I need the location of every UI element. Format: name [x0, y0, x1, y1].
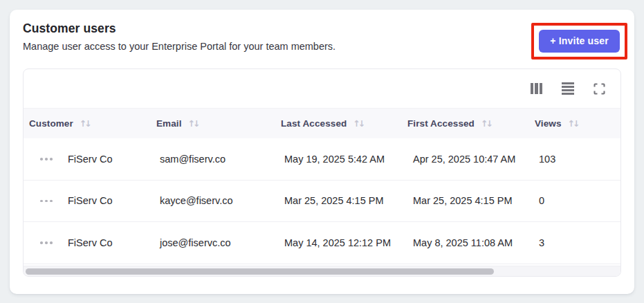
sort-icon[interactable]: ↑↓	[188, 118, 201, 129]
sort-icon[interactable]: ↑↓	[481, 118, 493, 129]
column-label: Last Accessed	[281, 118, 347, 129]
cell-first-accessed: Mar 25, 2025 4:15 PM	[413, 195, 539, 206]
fullscreen-icon	[594, 83, 605, 95]
row-menu-button[interactable]	[37, 196, 55, 207]
fullscreen-button[interactable]	[592, 82, 607, 96]
cell-customer: FiServ Co	[68, 154, 160, 165]
column-header-views: Views ↑↓	[535, 118, 620, 129]
cell-first-accessed: Apr 25, 2025 10:47 AM	[413, 154, 539, 165]
column-header-email: Email ↑↓	[156, 118, 281, 129]
page-subtitle: Manage user access to your Enterprise Po…	[23, 41, 335, 52]
cell-last-accessed: May 19, 2025 5:42 AM	[284, 154, 413, 165]
card-header: Customer users Manage user access to you…	[10, 10, 634, 59]
columns-view-icon	[531, 83, 543, 94]
cell-views: 103	[539, 154, 620, 165]
cell-email: kayce@fiserv.co	[160, 195, 284, 206]
columns-view-button[interactable]	[529, 82, 544, 95]
scrollbar-thumb[interactable]	[26, 268, 494, 275]
table-row: FiServ Co sam@fiserv.co May 19, 2025 5:4…	[24, 138, 620, 181]
column-label: Email	[156, 118, 182, 129]
column-label: First Accessed	[407, 118, 475, 129]
horizontal-scrollbar[interactable]	[24, 266, 620, 276]
cell-last-accessed: May 14, 2025 12:12 PM	[284, 237, 413, 248]
cell-views: 3	[539, 237, 620, 248]
page-title: Customer users	[23, 21, 335, 36]
cell-email: jose@fiservc.co	[160, 237, 284, 248]
column-header-first-accessed: First Accessed ↑↓	[407, 118, 535, 129]
invite-user-button[interactable]: + Invite user	[539, 30, 620, 53]
list-view-button[interactable]	[560, 81, 576, 96]
table-row: FiServ Co kayce@fiserv.co Mar 25, 2025 4…	[24, 181, 620, 223]
sort-icon[interactable]: ↑↓	[353, 118, 365, 129]
column-label: Views	[535, 118, 562, 129]
column-header-last-accessed: Last Accessed ↑↓	[281, 118, 407, 129]
cell-views: 0	[539, 195, 620, 206]
table-header-row: Customer ↑↓ Email ↑↓ Last Accessed ↑↓ Fi…	[24, 108, 620, 138]
column-label: Customer	[29, 118, 73, 129]
sort-icon[interactable]: ↑↓	[80, 118, 92, 129]
cell-email: sam@fiserv.co	[160, 154, 284, 165]
cell-customer: FiServ Co	[68, 237, 160, 248]
customer-users-card: Customer users Manage user access to you…	[10, 10, 634, 294]
table-toolbar	[24, 69, 620, 108]
sort-icon[interactable]: ↑↓	[568, 118, 580, 129]
cell-first-accessed: May 8, 2025 11:08 AM	[413, 237, 539, 248]
row-menu-button[interactable]	[37, 154, 55, 165]
annotation-highlight-box: + Invite user	[531, 23, 627, 59]
list-view-icon	[562, 82, 574, 95]
cell-last-accessed: Mar 25, 2025 4:15 PM	[284, 195, 413, 206]
row-menu-button[interactable]	[37, 237, 55, 248]
header-text-block: Customer users Manage user access to you…	[23, 21, 335, 52]
column-header-customer: Customer ↑↓	[29, 118, 156, 129]
users-table-card: Customer ↑↓ Email ↑↓ Last Accessed ↑↓ Fi…	[23, 68, 621, 277]
cell-customer: FiServ Co	[68, 195, 160, 206]
table-row: FiServ Co jose@fiservc.co May 14, 2025 1…	[24, 222, 620, 264]
